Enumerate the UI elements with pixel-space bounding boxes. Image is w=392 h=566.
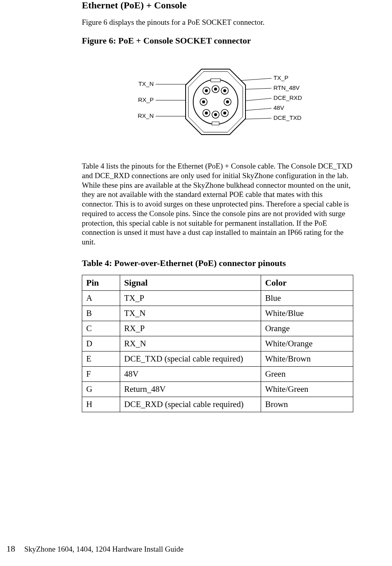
cell-signal: 48V xyxy=(120,366,261,381)
table-row: D RX_N White/Orange xyxy=(82,336,353,351)
cell-pin: H xyxy=(82,397,120,412)
table-row: A TX_P Blue xyxy=(82,290,353,306)
cell-pin: B xyxy=(82,306,120,321)
svg-point-28 xyxy=(224,112,226,114)
svg-point-27 xyxy=(214,113,217,116)
connector-diagram: TX_N RX_P RX_N TX_P RTN_48V DCE_RXD 48V … xyxy=(82,58,353,152)
page-footer: 18 SkyZhone 1604, 1404, 1204 Hardware In… xyxy=(6,544,184,554)
cell-color: White/Orange xyxy=(261,336,353,351)
cell-signal: TX_N xyxy=(120,306,261,321)
table-row: F 48V Green xyxy=(82,366,353,381)
svg-point-22 xyxy=(214,88,217,90)
svg-point-25 xyxy=(226,101,229,103)
cell-color: Green xyxy=(261,366,353,381)
cell-signal: DCE_TXD (special cable required) xyxy=(120,351,261,366)
cell-signal: RX_N xyxy=(120,336,261,351)
label-tx-n: TX_N xyxy=(139,80,154,87)
cell-color: White/Green xyxy=(261,381,353,397)
cell-signal: Return_48V xyxy=(120,381,261,397)
cell-color: Brown xyxy=(261,397,353,412)
table-row: C RX_P Orange xyxy=(82,321,353,336)
svg-point-26 xyxy=(205,112,208,114)
header-color: Color xyxy=(261,275,353,290)
label-rx-p: RX_P xyxy=(138,96,154,103)
table-title: Table 4: Power-over-Ethernet (PoE) conne… xyxy=(82,258,353,268)
cell-pin: D xyxy=(82,336,120,351)
label-48v: 48V xyxy=(273,104,284,111)
page-number: 18 xyxy=(6,544,15,554)
label-rx-n: RX_N xyxy=(138,112,154,119)
table-row: B TX_N White/Blue xyxy=(82,306,353,321)
figure-title: Figure 6: PoE + Console SOCKET connector xyxy=(82,36,353,46)
cell-color: White/Brown xyxy=(261,351,353,366)
cell-pin: A xyxy=(82,290,120,306)
intro-paragraph: Figure 6 displays the pinouts for a PoE … xyxy=(82,18,353,27)
cell-pin: E xyxy=(82,351,120,366)
cell-pin: G xyxy=(82,381,120,397)
svg-rect-12 xyxy=(212,122,219,125)
pinout-table: Pin Signal Color A TX_P Blue B TX_N Whit… xyxy=(82,275,353,412)
cell-color: Blue xyxy=(261,290,353,306)
table-row: G Return_48V White/Green xyxy=(82,381,353,397)
header-signal: Signal xyxy=(120,275,261,290)
label-tx-p: TX_P xyxy=(273,74,289,81)
label-dce-txd: DCE_TXD xyxy=(273,114,301,121)
doc-title: SkyZhone 1604, 1404, 1204 Hardware Insta… xyxy=(24,545,184,553)
cell-color: Orange xyxy=(261,321,353,336)
svg-point-23 xyxy=(224,89,226,92)
label-rtn-48v: RTN_48V xyxy=(273,84,300,91)
section-title: Ethernet (PoE) + Console xyxy=(82,0,353,11)
header-pin: Pin xyxy=(82,275,120,290)
table-header-row: Pin Signal Color xyxy=(82,275,353,290)
cell-signal: DCE_RXD (special cable required) xyxy=(120,397,261,412)
table-row: H DCE_RXD (special cable required) Brown xyxy=(82,397,353,412)
body-paragraph: Table 4 lists the pinouts for the Ethern… xyxy=(82,161,353,247)
cell-pin: F xyxy=(82,366,120,381)
svg-rect-11 xyxy=(211,79,220,82)
cell-signal: RX_P xyxy=(120,321,261,336)
label-dce-rxd: DCE_RXD xyxy=(273,94,302,101)
cell-color: White/Blue xyxy=(261,306,353,321)
cell-signal: TX_P xyxy=(120,290,261,306)
svg-point-24 xyxy=(202,101,205,103)
cell-pin: C xyxy=(82,321,120,336)
table-row: E DCE_TXD (special cable required) White… xyxy=(82,351,353,366)
svg-point-21 xyxy=(205,89,208,92)
